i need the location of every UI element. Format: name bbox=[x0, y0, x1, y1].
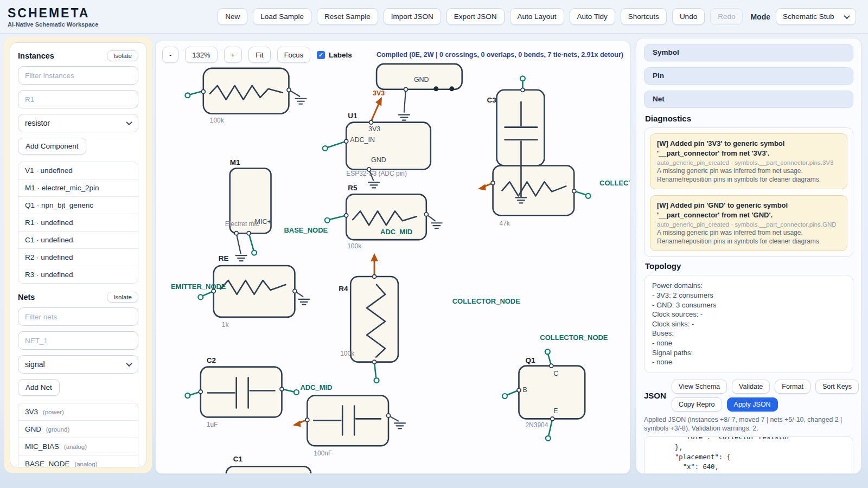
reset-sample-button[interactable]: Reset Sample bbox=[317, 8, 378, 25]
pin-label: 3V3 bbox=[368, 125, 380, 133]
pin-endpoint[interactable] bbox=[185, 393, 190, 398]
component-r4[interactable]: R4 100k bbox=[339, 253, 398, 383]
accordion-net[interactable]: Net bbox=[644, 91, 853, 108]
json-editor[interactable]: "role": "collector resistor" }, "placeme… bbox=[644, 436, 853, 474]
net-item[interactable]: MIC_BIAS (analog) bbox=[18, 438, 138, 455]
pin-endpoint[interactable] bbox=[586, 194, 591, 198]
component-c2[interactable]: C2 1uF bbox=[185, 356, 299, 429]
pin-endpoint[interactable] bbox=[325, 218, 330, 223]
component-gnd-connector[interactable]: GND bbox=[376, 64, 462, 120]
zoom-in-button[interactable]: + bbox=[224, 47, 242, 63]
component-re[interactable]: RE EMITTER_NODE 1k bbox=[171, 254, 309, 329]
chevron-down-icon bbox=[126, 361, 132, 367]
labels-label: Labels bbox=[329, 51, 352, 59]
component-c1[interactable]: C1 bbox=[226, 455, 311, 473]
topology-line: - none bbox=[652, 338, 845, 348]
diagnostic-warning[interactable]: [W] Added pin 'GND' to generic symbol '_… bbox=[650, 195, 847, 251]
instance-name-input[interactable] bbox=[18, 90, 138, 108]
instances-isolate-button[interactable]: Isolate bbox=[107, 50, 138, 61]
schematic-sheet[interactable]: 100k GND 3V3 U1 3V3 ADC_IN GND ESP32-S3 … bbox=[156, 41, 630, 473]
net-name-input[interactable] bbox=[18, 331, 138, 350]
gnd-icon bbox=[399, 115, 410, 120]
component-r5[interactable]: R5 BASE_NODE ADC_MID 100k bbox=[284, 184, 442, 250]
import-json-button[interactable]: Import JSON bbox=[384, 8, 441, 25]
warning-title: [W] Added pin 'GND' to generic symbol '_… bbox=[657, 201, 840, 220]
power-arrow-icon bbox=[371, 253, 378, 261]
pin-endpoint[interactable] bbox=[323, 146, 328, 151]
apply-json-button[interactable]: Apply JSON bbox=[727, 397, 778, 412]
net-type-select[interactable]: signal bbox=[18, 355, 138, 374]
sort-keys-button[interactable]: Sort Keys bbox=[815, 380, 859, 394]
net-item[interactable]: 3V3 (power) bbox=[18, 403, 138, 420]
undo-button[interactable]: Undo bbox=[672, 8, 705, 25]
view-schema-button[interactable]: View Schema bbox=[672, 380, 727, 394]
ref-label: C2 bbox=[207, 356, 216, 364]
net-name: 3V3 bbox=[25, 408, 38, 416]
new-button[interactable]: New bbox=[218, 8, 247, 25]
net-kind: (power) bbox=[43, 409, 64, 415]
diagnostic-warning[interactable]: [W] Added pin '3V3' to generic symbol '_… bbox=[650, 133, 847, 189]
pin-endpoint[interactable] bbox=[198, 294, 203, 299]
value-label: 100k bbox=[340, 350, 354, 357]
labels-checkbox[interactable]: ✓ bbox=[317, 51, 325, 59]
pin-endpoint[interactable] bbox=[374, 378, 379, 383]
ref-label: RE bbox=[219, 254, 229, 262]
accordion-pin[interactable]: Pin bbox=[644, 67, 853, 85]
warning-meta: auto_generic_pin_created · symbols.__par… bbox=[657, 159, 840, 167]
instance-item[interactable]: R2 · undefined bbox=[18, 248, 138, 266]
pin-endpoint[interactable] bbox=[545, 349, 550, 354]
instance-item[interactable]: R3 · undefined bbox=[18, 266, 138, 283]
json-title: JSON bbox=[644, 391, 666, 400]
pin-endpoint[interactable] bbox=[185, 93, 190, 98]
pin-endpoint[interactable] bbox=[502, 394, 507, 399]
instance-type-select[interactable]: resistor bbox=[18, 114, 138, 132]
component-c-adc[interactable]: ADC_MID 100nF bbox=[292, 383, 405, 458]
nets-title: Nets bbox=[18, 293, 35, 301]
nets-isolate-button[interactable]: Isolate bbox=[107, 292, 138, 303]
value-label: 1uF bbox=[207, 421, 218, 428]
component-q1[interactable]: Q1 C B E 2N3904 bbox=[502, 349, 585, 441]
auto-tidy-button[interactable]: Auto Tidy bbox=[570, 8, 615, 25]
add-component-button[interactable]: Add Component bbox=[18, 138, 86, 155]
instance-item[interactable]: Q1 · npn_bjt_generic bbox=[18, 196, 138, 214]
accordion-symbol[interactable]: Symbol bbox=[644, 44, 853, 61]
instances-filter-input[interactable] bbox=[18, 66, 138, 85]
copy-repro-button[interactable]: Copy Repro bbox=[672, 397, 722, 412]
component-resistor-top[interactable]: 100k bbox=[185, 68, 306, 124]
pin-endpoint[interactable] bbox=[294, 390, 299, 395]
load-sample-button[interactable]: Load Sample bbox=[253, 8, 311, 25]
nets-filter-input[interactable] bbox=[18, 307, 138, 326]
component-m1[interactable]: M1 MIC+ Electret mic bbox=[225, 158, 271, 261]
focus-button[interactable]: Focus bbox=[277, 47, 310, 63]
component-u1[interactable]: 3V3 U1 3V3 ADC_IN GND ESP32-S3 (ADC pin) bbox=[323, 89, 431, 188]
zoom-level-button[interactable]: 132% bbox=[185, 47, 217, 63]
pin-endpoint[interactable] bbox=[520, 76, 525, 81]
redo-button[interactable]: Redo bbox=[710, 8, 743, 25]
shortcuts-button[interactable]: Shortcuts bbox=[621, 8, 667, 25]
power-arrow-icon bbox=[292, 420, 301, 427]
validate-button[interactable]: Validate bbox=[732, 380, 770, 394]
net-item[interactable]: GND (ground) bbox=[18, 420, 138, 438]
net-name: MIC_BIAS bbox=[25, 442, 59, 451]
add-net-button[interactable]: Add Net bbox=[18, 379, 60, 396]
mode-select[interactable]: Schematic Stub bbox=[776, 8, 856, 25]
topology-box: Power domains: - 3V3: 2 consumers - GND:… bbox=[644, 275, 853, 373]
export-json-button[interactable]: Export JSON bbox=[446, 8, 505, 25]
left-sidebar-panel: Instances Isolate resistor Add Component… bbox=[10, 42, 146, 467]
auto-layout-button[interactable]: Auto Layout bbox=[510, 8, 564, 25]
instance-item[interactable]: C1 · undefined bbox=[18, 231, 138, 248]
fit-button[interactable]: Fit bbox=[248, 47, 270, 63]
net-item[interactable]: BASE_NODE (analog) bbox=[18, 455, 138, 467]
warning-body: A missing generic pin was inferred from … bbox=[657, 167, 840, 184]
instance-item[interactable]: R1 · undefined bbox=[18, 214, 138, 231]
instance-type-value: resistor bbox=[25, 119, 50, 127]
pin-endpoint[interactable] bbox=[252, 251, 257, 255]
format-button[interactable]: Format bbox=[775, 380, 810, 394]
net-label: ADC_MID bbox=[300, 383, 332, 391]
value-label: 1k bbox=[222, 321, 229, 329]
instance-item[interactable]: M1 · electret_mic_2pin bbox=[18, 179, 138, 196]
gnd-icon bbox=[368, 182, 379, 188]
zoom-out-button[interactable]: - bbox=[162, 47, 178, 63]
instance-item[interactable]: V1 · undefined bbox=[18, 162, 138, 179]
pin-endpoint[interactable] bbox=[546, 436, 551, 441]
